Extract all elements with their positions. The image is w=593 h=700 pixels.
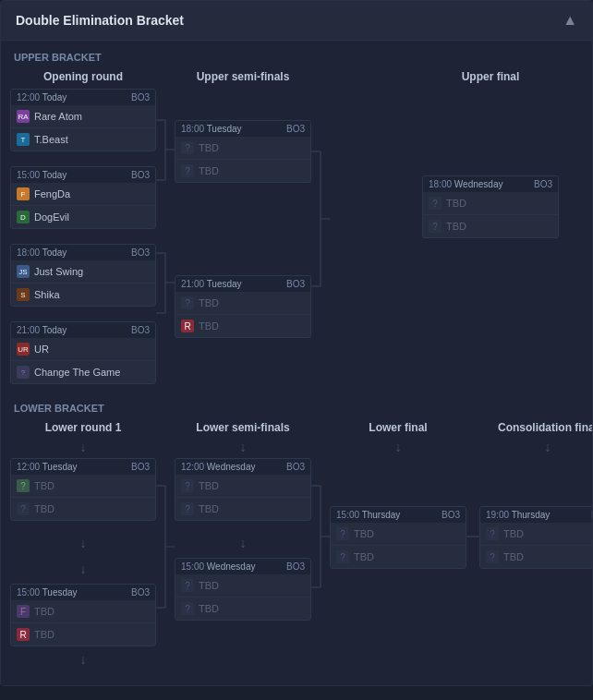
team-row[interactable]: ? TBD bbox=[175, 574, 310, 597]
match-time: 15:00 Tuesday bbox=[17, 587, 78, 597]
team-row[interactable]: R TBD bbox=[11, 623, 155, 646]
team-name: TBD bbox=[34, 480, 54, 491]
team-row[interactable]: ? TBD bbox=[175, 475, 310, 498]
match-time: 21:00 Tuesday bbox=[181, 279, 242, 289]
team-row[interactable]: RA Rare Atom bbox=[11, 105, 155, 128]
team-row[interactable]: ? TBD bbox=[11, 498, 155, 520]
lower-r1-match-2: 15:00 Tuesday BO3 F TBD R TBD bbox=[10, 584, 156, 646]
match-time: 15:00 Thursday bbox=[336, 510, 400, 520]
team-name: TBD bbox=[199, 603, 219, 614]
team-row[interactable]: ? TBD bbox=[175, 292, 310, 315]
team-row[interactable]: ? Change The Game bbox=[11, 361, 155, 383]
team-row[interactable]: S Shika bbox=[11, 284, 155, 306]
team-row[interactable]: ? TBD bbox=[331, 546, 466, 568]
arrow-down-6: ↓ bbox=[175, 536, 311, 550]
lower-semi-header: Lower semi-finals bbox=[175, 421, 311, 434]
upper-match-4: 21:00 Today BO3 UR UR ? Change The Game bbox=[10, 321, 156, 384]
team-name: TBD bbox=[199, 480, 219, 491]
team-row[interactable]: ? TBD bbox=[423, 215, 558, 237]
team-icon: ? bbox=[181, 502, 194, 515]
match-time: 18:00 Tuesday bbox=[181, 124, 242, 134]
panel-title: Double Elimination Bracket bbox=[16, 13, 184, 28]
match-header: 19:00 Thursday BO3 bbox=[480, 507, 593, 523]
team-icon: R bbox=[17, 628, 30, 641]
team-row[interactable]: ? TBD bbox=[480, 546, 593, 568]
team-name: TBD bbox=[503, 528, 524, 539]
team-row[interactable]: JS Just Swing bbox=[11, 260, 155, 284]
team-icon: UR bbox=[17, 343, 30, 356]
match-time: 21:00 Today bbox=[17, 325, 67, 335]
team-row[interactable]: ? TBD bbox=[480, 523, 593, 546]
match-header: 12:00 Today BO3 bbox=[11, 90, 155, 105]
team-row[interactable]: ? TBD bbox=[175, 498, 310, 520]
team-icon: ? bbox=[429, 197, 442, 210]
team-icon: ? bbox=[181, 164, 194, 177]
team-name: TBD bbox=[446, 221, 466, 232]
lower-final-match: 15:00 Thursday BO3 ? TBD ? TBD bbox=[330, 506, 466, 569]
team-name: TBD bbox=[503, 551, 524, 562]
upper-semi-header: Upper semi-finals bbox=[175, 70, 311, 83]
team-icon: S bbox=[17, 288, 30, 301]
consol-final-col: Consolidation final ↓ 19:00 Thursday BO3… bbox=[479, 421, 593, 569]
team-row[interactable]: F FengDa bbox=[11, 183, 155, 206]
team-icon: ? bbox=[336, 550, 349, 563]
team-row[interactable]: ? TBD bbox=[331, 523, 466, 546]
upper-final-header: Upper final bbox=[422, 70, 559, 83]
team-icon: ? bbox=[486, 527, 499, 540]
team-row[interactable]: T T.Beast bbox=[11, 128, 155, 151]
match-time: 15:00 Today bbox=[17, 170, 67, 180]
match-time: 18:00 Today bbox=[17, 247, 67, 258]
upper-match-1: 12:00 Today BO3 RA Rare Atom T T.Beast bbox=[10, 89, 156, 151]
team-icon: R bbox=[181, 320, 194, 332]
team-icon: F bbox=[17, 187, 30, 200]
match-time: 12:00 Tuesday bbox=[17, 462, 78, 472]
team-icon: F bbox=[17, 605, 30, 618]
team-name: UR bbox=[34, 344, 49, 355]
team-name: TBD bbox=[34, 629, 54, 640]
consol-final-header: Consolidation final bbox=[479, 421, 593, 434]
team-name: TBD bbox=[354, 551, 374, 562]
connector-svg-2 bbox=[311, 126, 330, 393]
team-icon: ? bbox=[17, 366, 30, 379]
team-icon: ? bbox=[336, 527, 349, 540]
team-row[interactable]: ? TBD bbox=[175, 137, 310, 160]
lower-bracket-label: Lower Bracket bbox=[10, 403, 583, 414]
lower-connector-3 bbox=[466, 441, 479, 663]
lower-r1-match-1: 12:00 Tuesday BO3 ? TBD ? TBD bbox=[10, 458, 156, 521]
team-name: Rare Atom bbox=[34, 111, 82, 122]
match-header: 12:00 Wednesday BO3 bbox=[175, 459, 310, 475]
team-name: Just Swing bbox=[34, 266, 83, 277]
lower-semi-col: Lower semi-finals ↓ 12:00 Wednesday BO3 … bbox=[175, 421, 311, 621]
team-icon: ? bbox=[181, 296, 194, 309]
match-time: 15:00 Wednesday bbox=[181, 561, 255, 572]
team-row[interactable]: ? TBD bbox=[175, 597, 310, 620]
match-header: 15:00 Today BO3 bbox=[11, 167, 155, 183]
team-name: TBD bbox=[199, 320, 219, 332]
match-header: 15:00 Wednesday BO3 bbox=[175, 559, 310, 574]
team-name: DogEvil bbox=[34, 211, 69, 223]
team-row[interactable]: UR UR bbox=[11, 338, 155, 361]
match-header: 18:00 Wednesday BO3 bbox=[423, 176, 558, 192]
team-row[interactable]: ? TBD bbox=[11, 475, 155, 498]
arrow-down-8: ↓ bbox=[479, 440, 593, 454]
team-row[interactable]: D DogEvil bbox=[11, 206, 155, 228]
team-name: TBD bbox=[354, 528, 374, 539]
upper-semi-match-1: 18:00 Tuesday BO3 ? TBD ? TBD bbox=[175, 120, 311, 183]
team-icon: ? bbox=[17, 502, 30, 515]
upper-final-col: Upper final 18:00 Wednesday BO3 ? TBD ? bbox=[422, 181, 559, 238]
team-name: TBD bbox=[199, 142, 219, 153]
team-row[interactable]: F TBD bbox=[11, 600, 155, 623]
lower-connector-2 bbox=[311, 441, 330, 663]
upper-bracket-label: Upper Bracket bbox=[10, 52, 583, 63]
match-time: 19:00 Thursday bbox=[486, 510, 550, 520]
team-row[interactable]: R TBD bbox=[175, 315, 310, 337]
team-row[interactable]: ? TBD bbox=[175, 160, 310, 182]
lower-semi-match-2: 15:00 Wednesday BO3 ? TBD ? TBD bbox=[175, 558, 311, 621]
team-icon: RA bbox=[17, 110, 30, 123]
lower-round1-header: Lower round 1 bbox=[10, 421, 156, 434]
collapse-icon[interactable]: ▲ bbox=[563, 12, 577, 29]
team-name: TBD bbox=[199, 297, 219, 308]
team-row[interactable]: ? TBD bbox=[423, 192, 558, 215]
match-header: 15:00 Thursday BO3 bbox=[331, 507, 466, 523]
upper-match-3: 18:00 Today BO3 JS Just Swing S Shika bbox=[10, 244, 156, 307]
